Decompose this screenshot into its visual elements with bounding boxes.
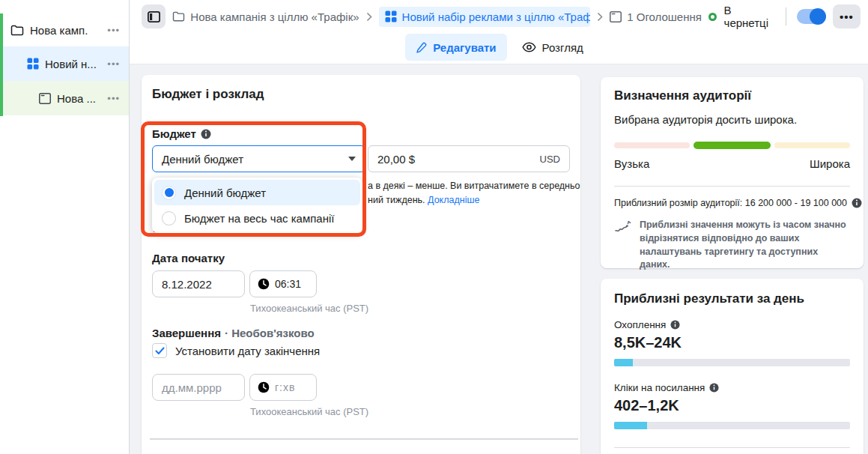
breadcrumb-adset[interactable]: Новий набір реклами з ціллю «Трафі <box>379 7 591 27</box>
dropdown-option-lifetime-budget[interactable]: Бюджет на весь час кампанії <box>154 205 360 231</box>
mode-switcher: Редагувати Розгляд <box>130 34 868 61</box>
review-button[interactable]: Розгляд <box>513 34 592 61</box>
adset-grid-icon <box>27 58 39 70</box>
adset-grid-icon <box>385 10 397 22</box>
metric-link-clicks: Кліки на посилання 402–1,2K <box>614 382 850 429</box>
end-time-input[interactable]: г:хв <box>249 374 317 401</box>
overflow-menu-icon[interactable] <box>107 58 120 70</box>
end-date-input[interactable]: дд.мм.рррр <box>152 374 245 401</box>
clock-icon <box>258 381 270 393</box>
divider <box>786 7 786 25</box>
ad-icon <box>610 11 622 22</box>
helper-line-1: а в деякі – менше. Ви витрачатимете в се… <box>368 179 580 193</box>
sidebar-item-label: Нова камп... <box>30 24 88 37</box>
breadcrumb-campaign-label: Нова кампанія з ціллю «Трафік» <box>190 10 359 23</box>
start-date-input[interactable]: 8.12.2022 <box>152 270 245 297</box>
metric-bar-fill <box>614 359 633 366</box>
option-label: Бюджет на весь час кампанії <box>184 212 334 225</box>
breadcrumb: Нова кампанія з ціллю «Трафік» Новий наб… <box>142 4 861 29</box>
ad-icon <box>39 93 51 104</box>
metric-value: 8,5K–24K <box>614 334 850 351</box>
review-button-label: Розгляд <box>542 41 583 54</box>
budget-schedule-card: Бюджет і розклад Бюджет Денний бюджет 20… <box>142 75 580 454</box>
timezone-label: Тихоокеанський час (PST) <box>250 303 368 314</box>
learn-more-link[interactable]: Докладніше <box>428 195 479 205</box>
metric-label: Охоплення <box>614 319 666 330</box>
estimate-note-text: Приблизні значення можуть із часом значн… <box>640 219 850 272</box>
timezone-label: Тихоокеанський час (PST) <box>250 406 368 417</box>
campaign-tree-sidebar: Нова камп... Новий н... Нова ... <box>0 0 130 454</box>
breadcrumb-ad-label: 1 Оголошення <box>627 10 702 23</box>
caret-down-icon <box>348 157 356 161</box>
radio-selected-icon <box>162 186 176 200</box>
eye-icon <box>522 42 536 52</box>
info-icon[interactable] <box>709 383 719 393</box>
sidebar-item-adset[interactable]: Новий н... <box>0 46 129 81</box>
audience-definition-panel: Визначення аудиторії Вибрана аудиторія д… <box>601 77 864 268</box>
end-date-label-row: Завершення · Необов'язково <box>152 327 315 339</box>
metric-bar <box>614 422 850 429</box>
set-end-date-label: Установити дату закінчення <box>175 345 320 357</box>
end-time-placeholder: г:хв <box>275 381 295 393</box>
breadcrumb-ad[interactable]: 1 Оголошення <box>610 10 702 23</box>
breadcrumb-adset-label: Новий набір реклами з ціллю «Трафі <box>402 10 591 23</box>
chevron-right-icon <box>597 12 603 22</box>
audience-size-estimate: Приблизний розмір аудиторії: 16 200 000 … <box>614 198 850 208</box>
start-date-value: 8.12.2022 <box>162 278 212 291</box>
sidebar-item-label: Нова ... <box>57 92 96 105</box>
gauge-label-narrow: Вузька <box>614 157 649 170</box>
info-icon[interactable] <box>852 198 862 208</box>
set-end-date-checkbox[interactable] <box>152 343 167 358</box>
section-title: Бюджет і розклад <box>152 87 264 102</box>
start-time-value: 06:31 <box>275 278 301 290</box>
toggle-knob <box>810 8 826 25</box>
sidebar-item-campaign[interactable]: Нова камп... <box>0 13 129 46</box>
budget-type-select[interactable]: Денний бюджет <box>152 145 365 172</box>
option-label: Денний бюджет <box>184 187 266 199</box>
end-date-inputs: дд.мм.рррр г:хв <box>152 374 317 401</box>
budget-label: Бюджет <box>152 127 196 140</box>
panel-divider <box>614 186 850 187</box>
audience-gauge <box>614 142 850 149</box>
metric-label-row: Охоплення <box>614 319 850 330</box>
start-time-input[interactable]: 06:31 <box>249 270 317 297</box>
clock-icon <box>258 278 270 290</box>
audience-subtitle: Вибрана аудиторія досить широка. <box>614 113 850 126</box>
metric-reach: Охоплення 8,5K–24K <box>614 319 850 366</box>
budget-amount-input[interactable]: 20,00 $ USD <box>368 145 570 172</box>
dropdown-option-daily-budget[interactable]: Денний бюджет <box>154 180 360 205</box>
budget-row: Денний бюджет 20,00 $ USD <box>152 145 570 172</box>
adset-active-toggle[interactable] <box>797 9 825 24</box>
budget-type-selected-label: Денний бюджет <box>162 153 243 166</box>
breadcrumb-campaign[interactable]: Нова кампанія з ціллю «Трафік» <box>172 10 359 23</box>
metric-bar-fill <box>614 422 647 429</box>
draft-status-group: В чернетці <box>708 4 861 29</box>
draft-status-icon <box>708 13 717 21</box>
info-icon[interactable] <box>201 129 211 139</box>
panel-divider <box>614 447 850 448</box>
more-options-button[interactable] <box>833 4 861 28</box>
gauge-segment-broad <box>774 142 850 148</box>
overflow-menu-icon[interactable] <box>107 93 120 104</box>
gauge-labels: Вузька Широка <box>614 157 850 170</box>
info-icon[interactable] <box>670 320 680 330</box>
metric-bar <box>614 359 850 366</box>
collapse-sidebar-button[interactable] <box>142 4 166 28</box>
end-date-placeholder: дд.мм.рррр <box>162 381 222 394</box>
edit-button[interactable]: Редагувати <box>405 34 506 61</box>
optional-label: · Необов'язково <box>225 327 315 339</box>
overflow-menu-icon[interactable] <box>107 25 120 36</box>
end-date-label: Завершення <box>152 327 221 339</box>
sidebar-item-ad[interactable]: Нова ... <box>0 81 129 115</box>
sidebar-panel-icon <box>148 11 160 22</box>
ads-manager-app: Нова камп... Новий н... Нова ... <box>0 0 868 454</box>
folder-icon <box>172 11 185 22</box>
metric-value: 402–1,2K <box>614 397 850 414</box>
helper-line-2: ний тиждень. Докладніше <box>368 193 580 208</box>
sidebar-item-label: Новий н... <box>45 58 97 70</box>
draft-indicator-stripe <box>0 13 3 116</box>
budget-type-dropdown: Денний бюджет Бюджет на весь час кампані… <box>152 178 362 233</box>
section-divider <box>150 438 578 440</box>
daily-results-panel: Приблизні результати за день Охоплення 8… <box>601 279 864 454</box>
edit-button-label: Редагувати <box>433 41 496 54</box>
